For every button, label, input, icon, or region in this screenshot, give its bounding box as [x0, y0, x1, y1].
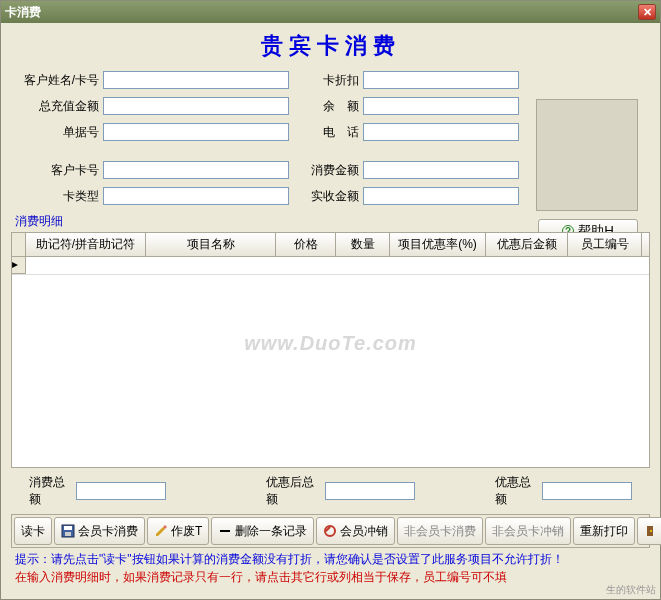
bill-no-input[interactable]: [103, 123, 289, 141]
svg-point-6: [650, 530, 652, 532]
content: 贵宾卡消费 客户姓名/卡号 总充值金额 单据号 客户卡号: [1, 23, 660, 599]
reprint-button[interactable]: 重新打印: [573, 517, 635, 545]
col-mnemonic[interactable]: 助记符/拼音助记符: [26, 233, 146, 256]
pencil-icon: [154, 524, 168, 538]
watermark: www.DuoTe.com: [244, 332, 417, 355]
discount-total-input[interactable]: [325, 482, 415, 500]
toolbar: 读卡 会员卡消费 作废T 删除一条记录: [11, 514, 650, 548]
tip-line-2: 在输入消费明细时，如果消费记录只有一行，请点击其它行或列相当于保存，员工编号可不…: [15, 568, 646, 586]
minus-icon: [218, 524, 232, 538]
window: 卡消费 ✕ 贵宾卡消费 客户姓名/卡号 总充值金额 单据号: [0, 0, 661, 600]
name-card-label: 客户姓名/卡号: [19, 72, 99, 89]
card-type-label: 卡类型: [19, 188, 99, 205]
close-button[interactable]: 关闭C: [637, 517, 661, 545]
phone-input[interactable]: [363, 123, 519, 141]
page-title: 贵宾卡消费: [9, 31, 652, 61]
close-icon[interactable]: ✕: [638, 4, 656, 20]
save-icon: [61, 524, 75, 538]
tip-line-1: 提示：请先点击"读卡"按钮如果计算的消费金额没有打折，请您确认是否设置了此服务项…: [15, 550, 646, 568]
member-reverse-button[interactable]: 会员冲销: [316, 517, 395, 545]
col-after-discount[interactable]: 优惠后金额: [486, 233, 568, 256]
total-recharge-input[interactable]: [103, 97, 289, 115]
discount-label: 卡折扣: [289, 72, 359, 89]
bill-no-label: 单据号: [19, 124, 99, 141]
row-selector-header: [12, 233, 26, 256]
tips: 提示：请先点击"读卡"按钮如果计算的消费金额没有打折，请您确认是否设置了此服务项…: [9, 548, 652, 588]
consume-total-input[interactable]: [76, 482, 166, 500]
door-icon: [644, 524, 658, 538]
customer-card-label: 客户卡号: [19, 162, 99, 179]
col-price[interactable]: 价格: [276, 233, 336, 256]
col-item-name[interactable]: 项目名称: [146, 233, 276, 256]
nonmember-consume-button[interactable]: 非会员卡消费: [397, 517, 483, 545]
titlebar: 卡消费 ✕: [1, 1, 660, 23]
total-recharge-label: 总充值金额: [19, 98, 99, 115]
actual-amount-input[interactable]: [363, 187, 519, 205]
void-button[interactable]: 作废T: [147, 517, 209, 545]
form-left-column: 客户姓名/卡号 总充值金额 单据号 客户卡号 卡类型: [19, 71, 289, 205]
row-selector[interactable]: ▸: [12, 257, 26, 274]
grid-header: 助记符/拼音助记符 项目名称 价格 数量 项目优惠率(%) 优惠后金额 员工编号: [12, 233, 649, 257]
discount-amount-label: 优惠总额: [495, 474, 538, 508]
balance-label: 余 额: [289, 98, 359, 115]
read-card-button[interactable]: 读卡: [14, 517, 52, 545]
svg-rect-2: [65, 532, 71, 536]
discount-amount-input[interactable]: [542, 482, 632, 500]
col-employee[interactable]: 员工编号: [568, 233, 642, 256]
name-card-input[interactable]: [103, 71, 289, 89]
reverse-icon: [323, 524, 337, 538]
detail-grid[interactable]: 助记符/拼音助记符 项目名称 价格 数量 项目优惠率(%) 优惠后金额 员工编号…: [11, 232, 650, 468]
consume-amount-label: 消费金额: [289, 162, 359, 179]
customer-card-input[interactable]: [103, 161, 289, 179]
nonmember-reverse-button[interactable]: 非会员卡冲销: [485, 517, 571, 545]
form-area: 客户姓名/卡号 总充值金额 单据号 客户卡号 卡类型: [9, 71, 652, 205]
col-quantity[interactable]: 数量: [336, 233, 390, 256]
phone-label: 电 话: [289, 124, 359, 141]
member-consume-button[interactable]: 会员卡消费: [54, 517, 145, 545]
table-row[interactable]: ▸: [12, 257, 649, 275]
form-right-column: 卡折扣 余 额 电 话 消费金额 实收金额: [289, 71, 519, 205]
svg-rect-3: [220, 530, 230, 532]
consume-amount-input[interactable]: [363, 161, 519, 179]
svg-rect-1: [64, 526, 72, 530]
photo-box: [536, 99, 638, 211]
window-title: 卡消费: [5, 4, 41, 21]
consume-total-label: 消费总额: [29, 474, 72, 508]
col-discount-rate[interactable]: 项目优惠率(%): [390, 233, 486, 256]
totals-row: 消费总额 优惠后总额 优惠总额: [9, 468, 652, 514]
balance-input[interactable]: [363, 97, 519, 115]
card-type-input[interactable]: [103, 187, 289, 205]
discount-input[interactable]: [363, 71, 519, 89]
discount-total-label: 优惠后总额: [266, 474, 321, 508]
delete-row-button[interactable]: 删除一条记录: [211, 517, 314, 545]
actual-amount-label: 实收金额: [289, 188, 359, 205]
site-watermark: 生的软件站: [606, 583, 656, 597]
